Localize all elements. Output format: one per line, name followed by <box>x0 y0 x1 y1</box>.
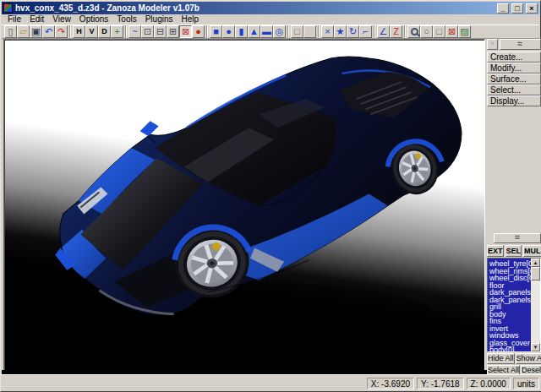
primitive-box-button[interactable]: ■ <box>210 25 222 38</box>
panel-command-button[interactable]: Create... <box>487 52 541 63</box>
status-bar: X: -3.6920 Y: -1.7618 Z: 0.0000 units <box>1 374 541 391</box>
menu-item[interactable]: Options <box>75 14 112 24</box>
menu-item[interactable]: Help <box>178 14 204 24</box>
list-scrollbar[interactable]: ▲ ▼ <box>531 259 540 351</box>
view-d-button[interactable]: D <box>98 25 111 38</box>
panel-command-list: Create...Modify...Surface...Select...Dis… <box>487 52 541 106</box>
export-button[interactable]: ↷ <box>55 25 68 38</box>
menu-item[interactable]: Tools <box>112 14 140 24</box>
title-bar: hvx_conx_435_d.z3d - Zanoza Modeler v1.0… <box>2 2 539 14</box>
status-y-coordinate: Y: -1.7618 <box>417 378 464 389</box>
snap-button[interactable]: + <box>111 25 123 38</box>
status-units: units <box>513 378 539 389</box>
list-rollup-icon[interactable]: ≈ <box>494 233 541 243</box>
scroll-up-icon[interactable]: ▲ <box>531 259 540 267</box>
scrollbar-thumb[interactable] <box>531 267 540 280</box>
scrollbar-track[interactable] <box>531 280 540 343</box>
main-area: ▫ ≈ Create...Modify...Surface...Select..… <box>2 39 541 376</box>
rotate-tool-button[interactable]: ↻ <box>347 25 359 38</box>
primitive-torus-button[interactable]: ◎ <box>273 25 286 38</box>
primitive-disc-button[interactable]: ▬ <box>260 25 273 38</box>
hide-all-button[interactable]: Hide All <box>487 353 515 364</box>
menu-item[interactable]: Plugins <box>141 14 178 24</box>
menu-item[interactable]: File <box>3 14 25 24</box>
hammer-tool-button[interactable]: ⌐ <box>359 25 372 38</box>
menu-item[interactable]: View <box>48 14 75 24</box>
panel-spacer <box>487 106 541 233</box>
open-file-button[interactable]: ▱ <box>17 25 30 38</box>
vertices-mode-button[interactable]: ⊡ <box>141 25 154 38</box>
delete-mode-button[interactable]: ⊠ <box>179 25 192 38</box>
toolbar: ▯ ▱ ▣ ↶ ↷ H <box>2 24 539 39</box>
import-button[interactable]: ↶ <box>42 25 55 38</box>
car-model <box>4 40 484 373</box>
primitive-cylinder-button[interactable]: ▮ <box>235 25 248 38</box>
hide-box-button[interactable]: ⊠ <box>445 25 458 38</box>
panel-command-button[interactable]: Display... <box>487 95 541 106</box>
mode-button[interactable]: MUL <box>523 245 541 257</box>
render-button[interactable]: ● <box>192 25 205 38</box>
wireframe-box-button[interactable]: □ <box>433 25 445 38</box>
primitive-cone-button[interactable]: ▲ <box>248 25 260 38</box>
lasso-button[interactable]: ~ <box>128 25 141 38</box>
select-circle-button[interactable]: ◌ <box>303 25 316 38</box>
view-v-button[interactable]: V <box>85 25 98 38</box>
minimize-button[interactable]: _ <box>497 3 509 14</box>
window-title: hvx_conx_435_d.z3d - Zanoza Modeler v1.0… <box>15 3 495 14</box>
app-icon <box>3 3 13 13</box>
status-z-coordinate: Z: 0.0000 <box>467 378 511 389</box>
side-panel: ▫ ≈ Create...Modify...Surface...Select..… <box>487 39 541 376</box>
new-file-button[interactable]: ▯ <box>4 25 17 38</box>
edges-mode-button[interactable]: ⊟ <box>154 25 167 38</box>
save-file-button[interactable]: ▣ <box>30 25 42 38</box>
panel-command-button[interactable]: Modify... <box>487 63 541 74</box>
object-list: wheel_tyre[0]wheel_rims[0]wheel_disc[0]f… <box>488 259 531 351</box>
zoom-tool-button[interactable] <box>407 25 420 38</box>
panel-command-button[interactable]: Surface... <box>487 74 541 84</box>
panel-options-icon[interactable]: ▫ <box>487 39 498 50</box>
z-toggle-button[interactable]: Z <box>390 25 402 38</box>
object-list-container: wheel_tyre[0]wheel_rims[0]wheel_disc[0]f… <box>487 258 541 352</box>
mode-button[interactable]: EXT <box>487 245 504 257</box>
app-window: hvx_conx_435_d.z3d - Zanoza Modeler v1.0… <box>0 0 541 392</box>
menu-bar: FileEditViewOptionsToolsPluginsHelp <box>2 14 539 24</box>
background-image-button[interactable]: ▨ <box>458 25 471 38</box>
scroll-down-icon[interactable]: ▼ <box>531 343 540 351</box>
cut-tool-button[interactable]: × <box>321 25 334 38</box>
primitive-sphere-button[interactable]: ● <box>222 25 235 38</box>
view-h-button[interactable]: H <box>73 25 85 38</box>
panel-command-button[interactable]: Select... <box>487 84 541 95</box>
mode-button[interactable]: SEL <box>505 245 522 257</box>
wireframe-sphere-button[interactable]: ○ <box>420 25 433 38</box>
menu-item[interactable]: Edit <box>25 14 48 24</box>
panel-rollup-icon[interactable]: ≈ <box>500 39 541 50</box>
select-rect-button[interactable]: □ <box>291 25 303 38</box>
faces-mode-button[interactable]: ⊞ <box>167 25 179 38</box>
selection-mode-bar: EXTSELMUL <box>487 245 541 257</box>
show-all-button[interactable]: Show All <box>516 353 541 364</box>
list-item[interactable]: body[0] <box>489 346 531 351</box>
restore-button[interactable]: □ <box>511 3 523 14</box>
close-button[interactable]: × <box>526 3 538 14</box>
angle-snap-button[interactable]: ∠ <box>377 25 390 38</box>
star-tool-button[interactable]: ★ <box>334 25 347 38</box>
status-x-coordinate: X: -3.6920 <box>367 378 414 389</box>
viewport-3d[interactable] <box>3 39 485 374</box>
